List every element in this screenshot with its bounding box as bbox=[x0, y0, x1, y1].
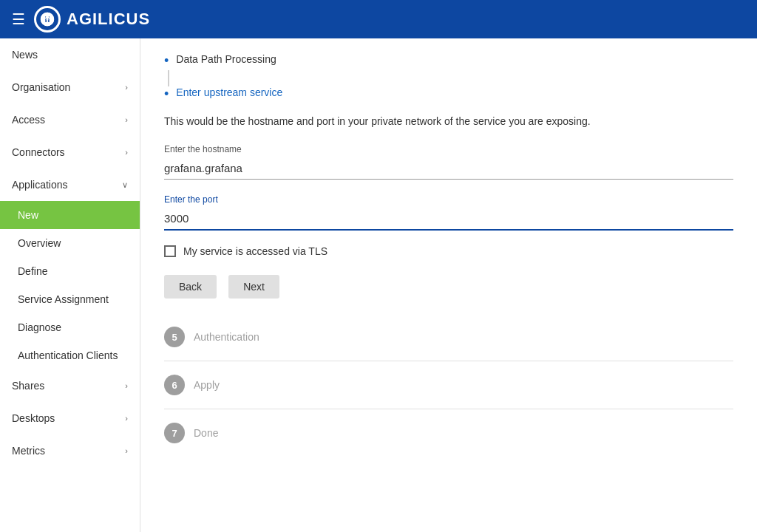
step6-header: 6 Apply bbox=[164, 375, 733, 395]
sidebar-item-define-label: Define bbox=[18, 265, 47, 277]
step5-header: 5 Authentication bbox=[164, 327, 733, 347]
step-connector-line bbox=[168, 70, 733, 86]
port-input[interactable] bbox=[164, 208, 733, 231]
sidebar-item-connectors-label: Connectors bbox=[12, 146, 65, 158]
main-layout: News Organisation › Access › Connectors … bbox=[0, 38, 757, 532]
tls-checkbox[interactable] bbox=[164, 245, 176, 257]
step7-title: Done bbox=[194, 427, 218, 439]
sidebar: News Organisation › Access › Connectors … bbox=[0, 38, 140, 532]
sidebar-item-overview-label: Overview bbox=[18, 237, 61, 249]
logo-icon bbox=[39, 11, 55, 27]
sidebar-item-authentication-clients[interactable]: Authentication Clients bbox=[0, 341, 140, 369]
hostname-label: Enter the hostname bbox=[164, 144, 733, 154]
form-buttons: Back Next bbox=[164, 275, 733, 299]
sidebar-item-overview[interactable]: Overview bbox=[0, 229, 140, 257]
sidebar-item-applications-label: Applications bbox=[12, 179, 68, 191]
tls-checkbox-row: My service is accessed via TLS bbox=[164, 245, 733, 257]
hostname-group: Enter the hostname bbox=[164, 144, 733, 180]
bullet-upstream: • Enter upstream service bbox=[164, 86, 733, 100]
step5-badge: 5 bbox=[164, 327, 185, 347]
sidebar-item-desktops-label: Desktops bbox=[12, 412, 55, 424]
chevron-right-icon: › bbox=[125, 414, 128, 423]
step7-section: 7 Done bbox=[164, 409, 733, 457]
chevron-right-icon: › bbox=[125, 115, 128, 124]
main-content: • Data Path Processing • Enter upstream … bbox=[140, 38, 757, 532]
menu-icon[interactable]: ☰ bbox=[12, 10, 25, 28]
bullet2-text: Enter upstream service bbox=[176, 86, 282, 98]
app-header: ☰ AGILICUS bbox=[0, 0, 757, 38]
sidebar-item-diagnose-label: Diagnose bbox=[18, 321, 61, 333]
sidebar-item-news-label: News bbox=[12, 49, 38, 61]
tls-label: My service is accessed via TLS bbox=[183, 245, 327, 257]
sidebar-item-define[interactable]: Define bbox=[0, 257, 140, 285]
sidebar-item-news[interactable]: News bbox=[0, 38, 140, 71]
step4-section: • Data Path Processing • Enter upstream … bbox=[164, 53, 733, 313]
hostname-input[interactable] bbox=[164, 157, 733, 180]
sidebar-item-organisation[interactable]: Organisation › bbox=[0, 71, 140, 103]
sidebar-item-applications[interactable]: Applications ∨ bbox=[0, 168, 140, 201]
sidebar-item-shares[interactable]: Shares › bbox=[0, 369, 140, 402]
next-button[interactable]: Next bbox=[228, 275, 279, 299]
chevron-down-icon: ∨ bbox=[122, 180, 128, 190]
sidebar-item-new-label: New bbox=[18, 209, 38, 221]
sidebar-item-shares-label: Shares bbox=[12, 380, 44, 392]
bullet-data-path: • Data Path Processing bbox=[164, 53, 733, 67]
step7-header: 7 Done bbox=[164, 423, 733, 443]
app-title: AGILICUS bbox=[67, 10, 150, 29]
chevron-right-icon: › bbox=[125, 83, 128, 92]
sidebar-item-auth-clients-label: Authentication Clients bbox=[18, 349, 118, 361]
sidebar-item-service-assignment-label: Service Assignment bbox=[18, 293, 109, 305]
sidebar-item-new[interactable]: New bbox=[0, 201, 140, 229]
chevron-right-icon: › bbox=[125, 148, 128, 157]
sidebar-item-organisation-label: Organisation bbox=[12, 81, 70, 93]
bullet1-text: Data Path Processing bbox=[176, 53, 276, 65]
port-group: Enter the port bbox=[164, 194, 733, 231]
back-button[interactable]: Back bbox=[164, 275, 217, 299]
sidebar-item-diagnose[interactable]: Diagnose bbox=[0, 313, 140, 341]
step5-section: 5 Authentication bbox=[164, 313, 733, 361]
sidebar-item-service-assignment[interactable]: Service Assignment bbox=[0, 285, 140, 313]
step7-badge: 7 bbox=[164, 423, 185, 443]
step6-badge: 6 bbox=[164, 375, 185, 395]
sidebar-item-desktops[interactable]: Desktops › bbox=[0, 402, 140, 434]
port-label: Enter the port bbox=[164, 194, 733, 205]
chevron-right-icon: › bbox=[125, 381, 128, 390]
logo: AGILICUS bbox=[34, 6, 150, 33]
upstream-description: This would be the hostname and port in y… bbox=[164, 114, 733, 129]
logo-circle bbox=[34, 6, 61, 33]
step6-section: 6 Apply bbox=[164, 361, 733, 409]
sidebar-item-access[interactable]: Access › bbox=[0, 103, 140, 136]
bullet-dot-2: • bbox=[164, 87, 169, 100]
sidebar-item-metrics[interactable]: Metrics › bbox=[0, 434, 140, 467]
sidebar-item-access-label: Access bbox=[12, 114, 45, 126]
step5-title: Authentication bbox=[194, 331, 259, 343]
step6-title: Apply bbox=[194, 379, 220, 391]
chevron-right-icon: › bbox=[125, 446, 128, 455]
bullet-dot-1: • bbox=[164, 54, 169, 67]
sidebar-item-connectors[interactable]: Connectors › bbox=[0, 136, 140, 168]
sidebar-item-metrics-label: Metrics bbox=[12, 445, 45, 457]
